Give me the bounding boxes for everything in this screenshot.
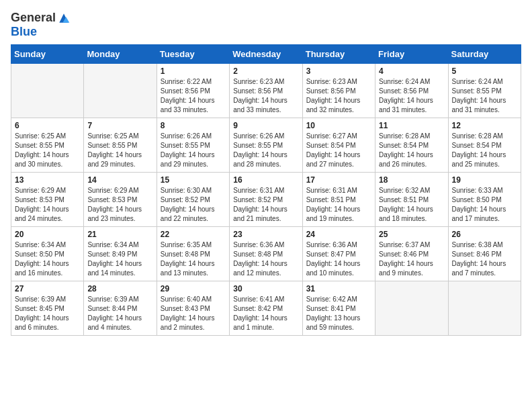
day-cell (11, 64, 84, 118)
day-cell: 24Sunrise: 6:36 AMSunset: 8:47 PMDayligh… (302, 227, 375, 281)
day-detail: Sunrise: 6:29 AMSunset: 8:53 PMDaylight:… (15, 186, 80, 224)
logo-blue: Blue (11, 25, 37, 39)
day-cell: 31Sunrise: 6:42 AMSunset: 8:41 PMDayligh… (302, 281, 375, 336)
day-detail: Sunrise: 6:23 AMSunset: 8:56 PMDaylight:… (233, 77, 298, 115)
day-detail: Sunrise: 6:31 AMSunset: 8:51 PMDaylight:… (306, 186, 371, 224)
day-number: 19 (452, 175, 517, 185)
day-detail: Sunrise: 6:26 AMSunset: 8:55 PMDaylight:… (161, 132, 226, 169)
logo-icon (57, 11, 71, 25)
day-detail: Sunrise: 6:38 AMSunset: 8:46 PMDaylight:… (452, 240, 517, 278)
day-cell: 7Sunrise: 6:25 AMSunset: 8:55 PMDaylight… (84, 118, 157, 173)
day-number: 4 (379, 66, 444, 76)
day-cell: 11Sunrise: 6:28 AMSunset: 8:54 PMDayligh… (375, 118, 448, 173)
day-detail: Sunrise: 6:36 AMSunset: 8:48 PMDaylight:… (233, 240, 298, 278)
weekday-header-tuesday: Tuesday (157, 45, 229, 64)
weekday-header-friday: Friday (375, 45, 448, 64)
day-detail: Sunrise: 6:23 AMSunset: 8:56 PMDaylight:… (306, 77, 371, 115)
day-cell: 17Sunrise: 6:31 AMSunset: 8:51 PMDayligh… (302, 173, 375, 227)
day-cell: 28Sunrise: 6:39 AMSunset: 8:44 PMDayligh… (84, 281, 157, 336)
day-cell: 2Sunrise: 6:23 AMSunset: 8:56 PMDaylight… (230, 64, 302, 118)
day-detail: Sunrise: 6:28 AMSunset: 8:54 PMDaylight:… (379, 132, 444, 169)
day-cell: 21Sunrise: 6:34 AMSunset: 8:49 PMDayligh… (84, 227, 157, 281)
day-cell (375, 281, 448, 336)
day-detail: Sunrise: 6:37 AMSunset: 8:46 PMDaylight:… (379, 240, 444, 278)
weekday-header-saturday: Saturday (448, 45, 521, 64)
day-number: 17 (306, 175, 371, 185)
day-cell: 5Sunrise: 6:24 AMSunset: 8:55 PMDaylight… (448, 64, 521, 118)
day-detail: Sunrise: 6:39 AMSunset: 8:44 PMDaylight:… (87, 295, 152, 332)
day-number: 11 (379, 121, 444, 130)
week-row-2: 6Sunrise: 6:25 AMSunset: 8:55 PMDaylight… (11, 118, 521, 173)
day-cell: 13Sunrise: 6:29 AMSunset: 8:53 PMDayligh… (11, 173, 84, 227)
day-detail: Sunrise: 6:34 AMSunset: 8:49 PMDaylight:… (87, 240, 152, 278)
day-cell: 27Sunrise: 6:39 AMSunset: 8:45 PMDayligh… (11, 281, 84, 336)
day-number: 22 (161, 230, 226, 239)
day-detail: Sunrise: 6:28 AMSunset: 8:54 PMDaylight:… (452, 132, 517, 169)
day-cell: 30Sunrise: 6:41 AMSunset: 8:42 PMDayligh… (230, 281, 302, 336)
day-detail: Sunrise: 6:24 AMSunset: 8:55 PMDaylight:… (452, 77, 517, 115)
day-cell: 16Sunrise: 6:31 AMSunset: 8:52 PMDayligh… (230, 173, 302, 227)
weekday-header-monday: Monday (84, 45, 157, 64)
day-number: 25 (379, 230, 444, 239)
day-number: 12 (452, 121, 517, 130)
day-detail: Sunrise: 6:24 AMSunset: 8:56 PMDaylight:… (379, 77, 444, 115)
day-number: 16 (233, 175, 298, 185)
day-number: 29 (161, 284, 226, 293)
day-cell: 8Sunrise: 6:26 AMSunset: 8:55 PMDaylight… (157, 118, 229, 173)
day-number: 27 (15, 284, 80, 293)
day-number: 20 (15, 230, 80, 239)
weekday-header-row: SundayMondayTuesdayWednesdayThursdayFrid… (11, 45, 521, 64)
weekday-header-thursday: Thursday (302, 45, 375, 64)
day-cell: 22Sunrise: 6:35 AMSunset: 8:48 PMDayligh… (157, 227, 229, 281)
day-number: 31 (306, 284, 371, 293)
day-cell: 10Sunrise: 6:27 AMSunset: 8:54 PMDayligh… (302, 118, 375, 173)
day-detail: Sunrise: 6:30 AMSunset: 8:52 PMDaylight:… (161, 186, 226, 224)
weekday-header-sunday: Sunday (11, 45, 84, 64)
day-detail: Sunrise: 6:36 AMSunset: 8:47 PMDaylight:… (306, 240, 371, 278)
day-number: 8 (161, 121, 226, 130)
day-cell (84, 64, 157, 118)
day-detail: Sunrise: 6:25 AMSunset: 8:55 PMDaylight:… (87, 132, 152, 169)
day-cell: 20Sunrise: 6:34 AMSunset: 8:50 PMDayligh… (11, 227, 84, 281)
day-cell: 12Sunrise: 6:28 AMSunset: 8:54 PMDayligh… (448, 118, 521, 173)
day-cell: 29Sunrise: 6:40 AMSunset: 8:43 PMDayligh… (157, 281, 229, 336)
weekday-header-wednesday: Wednesday (230, 45, 302, 64)
day-number: 1 (161, 66, 226, 76)
logo-general: General (11, 11, 56, 25)
day-cell: 1Sunrise: 6:22 AMSunset: 8:56 PMDaylight… (157, 64, 229, 118)
day-cell: 26Sunrise: 6:38 AMSunset: 8:46 PMDayligh… (448, 227, 521, 281)
day-cell: 6Sunrise: 6:25 AMSunset: 8:55 PMDaylight… (11, 118, 84, 173)
day-number: 9 (233, 121, 298, 130)
day-number: 10 (306, 121, 371, 130)
day-detail: Sunrise: 6:39 AMSunset: 8:45 PMDaylight:… (15, 295, 80, 332)
header: General Blue (11, 11, 521, 39)
day-detail: Sunrise: 6:29 AMSunset: 8:53 PMDaylight:… (87, 186, 152, 224)
day-detail: Sunrise: 6:26 AMSunset: 8:55 PMDaylight:… (233, 132, 298, 169)
day-number: 3 (306, 66, 371, 76)
day-number: 30 (233, 284, 298, 293)
logo: General Blue (11, 11, 71, 39)
day-number: 26 (452, 230, 517, 239)
day-cell: 15Sunrise: 6:30 AMSunset: 8:52 PMDayligh… (157, 173, 229, 227)
day-cell: 9Sunrise: 6:26 AMSunset: 8:55 PMDaylight… (230, 118, 302, 173)
day-number: 24 (306, 230, 371, 239)
day-cell: 23Sunrise: 6:36 AMSunset: 8:48 PMDayligh… (230, 227, 302, 281)
day-number: 5 (452, 66, 517, 76)
week-row-1: 1Sunrise: 6:22 AMSunset: 8:56 PMDaylight… (11, 64, 521, 118)
day-detail: Sunrise: 6:27 AMSunset: 8:54 PMDaylight:… (306, 132, 371, 169)
day-number: 21 (87, 230, 152, 239)
day-detail: Sunrise: 6:32 AMSunset: 8:51 PMDaylight:… (379, 186, 444, 224)
day-cell: 25Sunrise: 6:37 AMSunset: 8:46 PMDayligh… (375, 227, 448, 281)
day-detail: Sunrise: 6:42 AMSunset: 8:41 PMDaylight:… (306, 295, 371, 332)
day-cell: 18Sunrise: 6:32 AMSunset: 8:51 PMDayligh… (375, 173, 448, 227)
day-number: 18 (379, 175, 444, 185)
day-cell (448, 281, 521, 336)
day-number: 2 (233, 66, 298, 76)
day-detail: Sunrise: 6:40 AMSunset: 8:43 PMDaylight:… (161, 295, 226, 332)
week-row-4: 20Sunrise: 6:34 AMSunset: 8:50 PMDayligh… (11, 227, 521, 281)
day-number: 14 (87, 175, 152, 185)
day-detail: Sunrise: 6:22 AMSunset: 8:56 PMDaylight:… (161, 77, 226, 115)
week-row-3: 13Sunrise: 6:29 AMSunset: 8:53 PMDayligh… (11, 173, 521, 227)
calendar: SundayMondayTuesdayWednesdayThursdayFrid… (11, 44, 521, 336)
day-cell: 4Sunrise: 6:24 AMSunset: 8:56 PMDaylight… (375, 64, 448, 118)
